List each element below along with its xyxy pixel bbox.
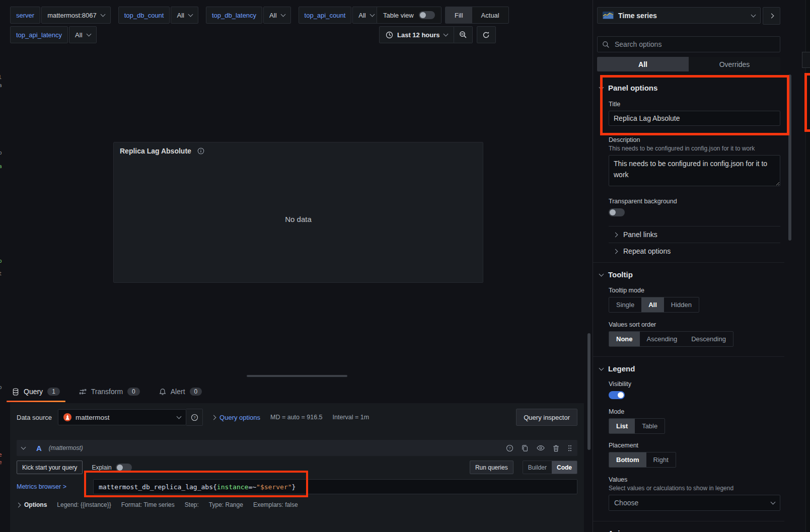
info-icon[interactable]	[197, 147, 204, 155]
chevron-down-icon	[751, 12, 756, 17]
chevron-down-icon	[771, 500, 776, 505]
promql-string: "$server"	[256, 483, 291, 491]
fill-actual-group: Fill Actual	[445, 7, 509, 24]
exemplars-summary: Exemplars: false	[253, 501, 298, 508]
refresh-button[interactable]	[477, 26, 496, 43]
panel-title-input[interactable]	[609, 111, 780, 126]
variable-value-top-api-latency[interactable]: All	[69, 26, 96, 43]
chevron-right-icon	[613, 232, 618, 237]
actual-button[interactable]: Actual	[472, 7, 508, 23]
query-row-header[interactable]: A (mattermost) ?	[17, 440, 577, 456]
options-toggle[interactable]: Options	[17, 501, 47, 508]
tab-overrides[interactable]: Overrides	[689, 57, 780, 71]
axis-section-header[interactable]: Axis	[597, 529, 780, 532]
datasource-help-button[interactable]: ?	[186, 409, 203, 426]
section-title: Tooltip	[608, 270, 633, 279]
help-icon[interactable]: ?	[506, 444, 513, 452]
visualization-picker[interactable]: Time series	[597, 7, 761, 24]
promql-query-input[interactable]: mattermost_db_replica_lag_abs{instance=~…	[93, 479, 577, 494]
values-sort-order-group: None Ascending Descending	[609, 331, 733, 347]
search-input[interactable]	[614, 40, 775, 49]
max-data-points-summary: MD = auto = 916.5	[270, 414, 323, 421]
zoom-out-button[interactable]	[454, 26, 473, 43]
sort-none[interactable]: None	[609, 332, 640, 346]
datasource-picker[interactable]: mattermost	[58, 409, 186, 425]
sidebar-scrollbar-thumb[interactable]	[788, 74, 791, 241]
code-option[interactable]: Code	[552, 461, 577, 474]
tooltip-mode-hidden[interactable]: Hidden	[664, 297, 699, 312]
tab-query[interactable]: Query 1	[10, 385, 62, 402]
variable-label-top-db-count[interactable]: top_db_count	[118, 7, 170, 24]
run-queries-button[interactable]: Run queries	[470, 461, 513, 474]
legend-mode-table[interactable]: Table	[635, 419, 665, 433]
tab-query-label: Query	[24, 388, 43, 396]
options-label: Options	[24, 501, 47, 508]
variable-label-top-api-latency[interactable]: top_api_latency	[10, 26, 68, 43]
title-field-label: Title	[609, 101, 780, 108]
tab-alert[interactable]: Alert 0	[157, 385, 204, 402]
legend-mode-list[interactable]: List	[609, 419, 635, 433]
variable-top-api-latency: top_api_latency All	[10, 26, 97, 43]
pane-resize-handle[interactable]	[247, 375, 347, 377]
tab-all[interactable]: All	[597, 57, 689, 71]
placement-right[interactable]: Right	[646, 452, 676, 467]
variable-label-top-db-latency[interactable]: top_db_latency	[206, 7, 262, 24]
options-search[interactable]	[597, 36, 780, 52]
duplicate-icon[interactable]	[522, 444, 529, 452]
placement-bottom[interactable]: Bottom	[609, 452, 646, 467]
database-icon	[12, 388, 19, 396]
template-variables-row-2: top_api_latency All	[10, 26, 97, 43]
tab-query-count: 1	[47, 388, 60, 396]
table-view-toggle[interactable]: Table view	[377, 7, 441, 24]
chevron-right-icon	[211, 415, 216, 420]
variable-top-api-count: top_api_count All	[299, 7, 380, 24]
table-view-switch[interactable]	[419, 11, 435, 19]
metrics-browser-link[interactable]: Metrics browser >	[17, 483, 93, 490]
tooltip-mode-all[interactable]: All	[641, 297, 664, 312]
variable-top-db-count: top_db_count All	[118, 7, 198, 24]
variable-label-top-api-count[interactable]: top_api_count	[299, 7, 352, 24]
sort-ascending[interactable]: Ascending	[640, 332, 685, 346]
tab-transform[interactable]: Transform 0	[77, 385, 142, 402]
tooltip-section-header[interactable]: Tooltip	[597, 270, 780, 279]
tooltip-mode-single[interactable]: Single	[609, 297, 641, 312]
query-inspector-button[interactable]: Query inspector	[516, 409, 577, 426]
trash-icon[interactable]	[553, 444, 559, 452]
kick-start-query-button[interactable]: Kick start your query	[17, 461, 83, 474]
drag-handle-icon[interactable]	[567, 444, 572, 452]
transparent-background-switch[interactable]	[609, 208, 625, 216]
panel-options-section: Title Description This needs to be confi…	[597, 101, 780, 259]
promql-label: instance	[217, 483, 249, 491]
chevron-down-icon[interactable]	[21, 445, 26, 450]
sort-descending[interactable]: Descending	[684, 332, 733, 346]
builder-option[interactable]: Builder	[523, 461, 552, 474]
fill-button[interactable]: Fill	[446, 7, 472, 23]
screen-edge-red-annotation-fragment	[804, 73, 810, 132]
tab-transform-label: Transform	[91, 388, 123, 396]
panel-description-textarea[interactable]: This needs to be configured in config.js…	[609, 155, 780, 186]
explain-toggle[interactable]: Explain	[92, 464, 131, 472]
variable-label-server[interactable]: server	[10, 7, 40, 24]
variable-value-top-api-count[interactable]: All	[352, 7, 380, 24]
explain-switch[interactable]	[116, 464, 132, 472]
variable-value-top-db-count[interactable]: All	[171, 7, 198, 24]
variable-value-top-db-latency[interactable]: All	[263, 7, 290, 24]
eye-icon[interactable]	[537, 445, 545, 451]
panel-links-toggle[interactable]: Panel links	[609, 226, 780, 243]
visibility-label: Visibility	[609, 381, 780, 388]
query-options-toggle[interactable]: Query options MD = auto = 916.5 Interval…	[212, 414, 369, 421]
clock-icon	[386, 31, 393, 39]
legend-values-select[interactable]: Choose	[609, 495, 780, 511]
legend-visibility-switch[interactable]	[609, 391, 625, 399]
collapse-pane-button[interactable]	[763, 7, 780, 25]
left-edge-fragment: e	[0, 459, 2, 466]
legend-section-header[interactable]: Legend	[597, 364, 780, 373]
legend-values-label: Values	[609, 476, 780, 483]
panel-options-section-header[interactable]: Panel options	[597, 84, 780, 92]
time-range-picker[interactable]: Last 12 hours	[379, 26, 454, 43]
legend-mode-group: List Table	[609, 418, 665, 434]
panel-header[interactable]: Replica Lag Absolute	[114, 142, 483, 160]
repeat-options-toggle[interactable]: Repeat options	[609, 243, 780, 259]
variable-value-server[interactable]: mattermost:8067	[41, 7, 111, 24]
main-scrollbar-thumb[interactable]	[587, 333, 591, 450]
